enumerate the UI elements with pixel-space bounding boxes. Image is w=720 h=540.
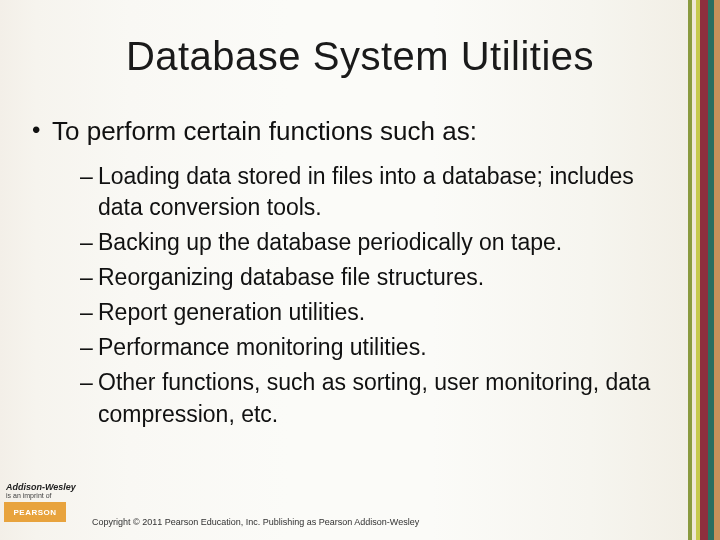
slide-content: To perform certain functions such as: Lo…	[30, 116, 660, 434]
imprint-text: is an imprint of	[4, 492, 82, 499]
bullet-sub: Backing up the database periodically on …	[80, 227, 660, 258]
bullet-sub: Performance monitoring utilities.	[80, 332, 660, 363]
bullet-sub: Loading data stored in files into a data…	[80, 161, 660, 223]
bullet-sub: Report generation utilities.	[80, 297, 660, 328]
copyright-text: Copyright © 2011 Pearson Education, Inc.…	[92, 517, 419, 527]
bullet-main: To perform certain functions such as:	[30, 116, 660, 147]
slide-title: Database System Utilities	[0, 34, 720, 79]
bullet-sub: Reorganizing database file structures.	[80, 262, 660, 293]
slide: Database System Utilities To perform cer…	[0, 0, 720, 540]
pearson-badge: PEARSON	[4, 502, 66, 522]
decorative-stripes	[688, 0, 720, 540]
bullet-sub: Other functions, such as sorting, user m…	[80, 367, 660, 429]
publisher-logo: Addison-Wesley is an imprint of PEARSON	[4, 482, 82, 522]
addison-wesley-text: Addison-Wesley	[4, 482, 82, 492]
sub-bullets: Loading data stored in files into a data…	[30, 161, 660, 429]
